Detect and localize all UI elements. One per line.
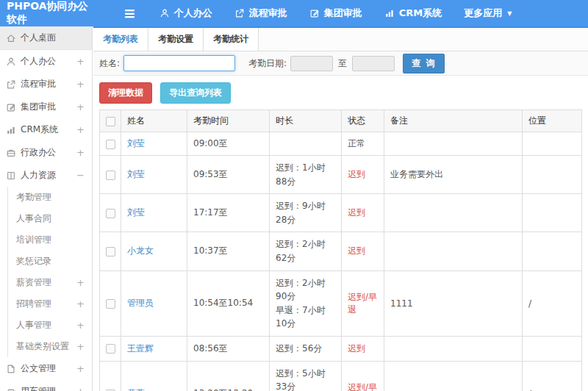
edit-icon — [6, 102, 16, 112]
export-list-button[interactable]: 导出查询列表 — [160, 82, 231, 104]
date-from-input[interactable] — [290, 56, 333, 71]
name-input[interactable] — [123, 55, 235, 71]
expander-icon: + — [74, 101, 85, 112]
hamburger-menu-icon[interactable]: ≡ — [123, 6, 136, 21]
name-cell: 刘莹 — [121, 156, 187, 194]
tab-考勤列表[interactable]: 考勤列表 — [93, 28, 148, 51]
sidebar-item-label: 个人办公 — [21, 55, 74, 68]
sidebar-subitem[interactable]: 人事合同 — [8, 208, 92, 229]
name-cell: 刘莹 — [121, 132, 187, 156]
caret-down-icon: ▼ — [507, 10, 512, 17]
sidebar-subitem[interactable]: 考勤管理 — [8, 187, 92, 208]
sidebar-subitem[interactable]: 奖惩记录 — [8, 251, 92, 272]
tab-考勤设置[interactable]: 考勤设置 — [148, 28, 204, 51]
sidebar-subitem-label: 考勤管理 — [16, 191, 85, 204]
employee-name-link[interactable]: 黄蓉 — [127, 388, 145, 391]
employee-name-link[interactable]: 管理员 — [127, 298, 154, 308]
time-cell: 08:56至 — [187, 336, 270, 361]
clean-data-button[interactable]: 清理数据 — [99, 82, 152, 104]
status-badge: 迟到/早退 — [348, 292, 377, 315]
sidebar-item[interactable]: 个人办公+ — [0, 50, 92, 73]
table-row: 小龙女10:37至迟到：2小时62分迟到 — [100, 232, 582, 270]
row-checkbox[interactable] — [106, 299, 115, 309]
sidebar-item[interactable]: 用车管理+ — [0, 380, 92, 391]
sidebar-subitem[interactable]: 培训管理 — [8, 229, 92, 251]
row-checkbox-cell — [100, 361, 121, 391]
note-cell — [384, 361, 523, 391]
sidebar-item[interactable]: CRM系统+ — [0, 118, 92, 141]
location-cell: / — [523, 361, 582, 391]
status-badge: 正常 — [348, 138, 365, 148]
nav-item-chart[interactable]: CRM系统 — [384, 7, 442, 20]
query-button[interactable]: 查 询 — [403, 54, 445, 73]
expander-icon: + — [74, 386, 85, 391]
status-badge: 迟到/早退 — [348, 382, 377, 391]
main-content: 考勤列表考勤设置考勤统计 姓名: 考勤日期: 至 查 询 清理数据 导出查询列表… — [93, 26, 588, 391]
tab-考勤统计[interactable]: 考勤统计 — [204, 28, 259, 51]
sidebar-item[interactable]: 行政办公+ — [0, 141, 92, 164]
employee-name-link[interactable]: 刘莹 — [127, 207, 145, 218]
sidebar-submenu: 考勤管理人事合同培训管理奖惩记录薪资管理+招聘管理+人事管理+基础类别设置+ — [7, 187, 92, 357]
employee-name-link[interactable]: 刘莹 — [127, 169, 145, 179]
status-badge: 迟到 — [348, 245, 365, 256]
sidebar-item[interactable]: 人力资源− — [0, 164, 92, 187]
attendance-table: 姓名考勤时间时长状态备注位置 刘莹09:00至正常刘莹09:53至迟到：1小时8… — [99, 110, 582, 391]
duration-cell: 迟到：5小时33分 早退：4小时67分 — [270, 361, 342, 391]
nav-item-more[interactable]: 更多应用▼ — [464, 7, 512, 20]
sidebar-item[interactable]: 公文管理+ — [0, 357, 92, 380]
expander-icon: + — [74, 363, 85, 374]
name-label: 姓名: — [99, 57, 120, 70]
nav-item-share[interactable]: 流程审批 — [234, 7, 287, 20]
expander-icon: − — [74, 170, 85, 181]
row-checkbox[interactable] — [106, 247, 115, 257]
sidebar-subitem[interactable]: 基础类别设置+ — [8, 336, 92, 357]
time-cell: 09:53至 — [187, 156, 270, 194]
note-cell — [384, 232, 523, 270]
home-icon — [6, 33, 16, 43]
column-header: 备注 — [384, 110, 523, 132]
row-checkbox[interactable] — [106, 140, 115, 149]
location-cell — [523, 232, 582, 270]
sidebar-item-label: 个人桌面 — [21, 32, 85, 44]
employee-name-link[interactable]: 小龙女 — [127, 245, 154, 256]
location-cell — [523, 194, 582, 232]
sidebar-item[interactable]: 集团审批+ — [0, 96, 92, 118]
top-navbar: PHPOA协同办公软件 ≡ 个人办公流程审批集团审批CRM系统更多应用▼ — [0, 0, 588, 26]
row-checkbox-cell — [100, 270, 121, 336]
sidebar-subitem[interactable]: 薪资管理+ — [8, 272, 92, 293]
row-checkbox[interactable] — [106, 171, 115, 180]
sidebar-subitem-label: 人事管理 — [16, 319, 74, 331]
employee-name-link[interactable]: 王壹辉 — [127, 343, 154, 354]
navbar-menu: 个人办公流程审批集团审批CRM系统更多应用▼ — [159, 7, 534, 20]
sidebar-subitem[interactable]: 人事管理+ — [8, 315, 92, 336]
column-header: 状态 — [342, 110, 384, 132]
sidebar-item-label: 集团审批 — [21, 101, 74, 113]
sidebar-subitem-label: 基础类别设置 — [16, 340, 74, 353]
sidebar-subitem-label: 奖惩记录 — [16, 255, 85, 268]
sidebar-item[interactable]: 流程审批+ — [0, 73, 92, 96]
status-cell: 正常 — [342, 132, 384, 156]
location-cell: / — [523, 270, 582, 336]
name-cell: 小龙女 — [121, 232, 187, 270]
location-cell — [523, 336, 582, 361]
sidebar-subitem[interactable]: 招聘管理+ — [8, 293, 92, 315]
note-cell — [384, 336, 523, 361]
duration-cell: 迟到：2小时62分 — [270, 232, 342, 270]
name-cell: 王壹辉 — [121, 336, 187, 361]
nav-item-edit[interactable]: 集团审批 — [309, 7, 362, 20]
row-checkbox[interactable] — [106, 209, 115, 218]
time-cell: 13:20至13:20 — [187, 361, 270, 391]
action-buttons: 清理数据 导出查询列表 — [93, 76, 588, 110]
chart-icon — [6, 125, 16, 135]
date-to-input[interactable] — [352, 56, 395, 71]
car-icon — [6, 387, 16, 391]
sidebar-item[interactable]: 个人桌面 — [0, 26, 92, 50]
sidebar-item-label: 公文管理 — [21, 362, 74, 375]
select-all-checkbox[interactable] — [106, 117, 115, 126]
table-row: 管理员10:54至10:54迟到：2小时90分 早退：7小时10分迟到/早退11… — [100, 270, 582, 336]
column-header: 姓名 — [121, 110, 187, 132]
row-checkbox[interactable] — [106, 344, 115, 354]
nav-item-user[interactable]: 个人办公 — [159, 7, 212, 20]
sidebar: 个人桌面个人办公+流程审批+集团审批+CRM系统+行政办公+人力资源−考勤管理人… — [0, 26, 93, 391]
employee-name-link[interactable]: 刘莹 — [127, 138, 145, 148]
